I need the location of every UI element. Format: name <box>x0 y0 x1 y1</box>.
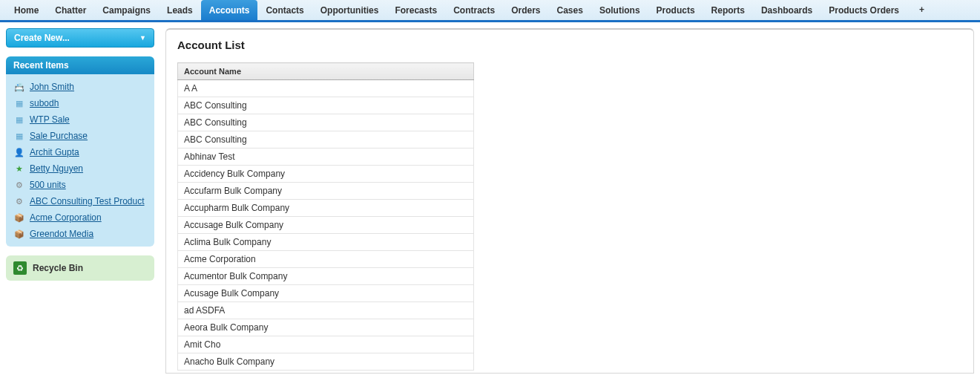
account-name-cell: ABC Consulting <box>178 114 474 131</box>
account-name-cell: Accupharm Bulk Company <box>178 200 474 217</box>
recent-item-link[interactable]: 500 units <box>30 180 66 190</box>
opportunity-icon: ▦ <box>13 130 25 142</box>
account-name-cell: Abhinav Test <box>178 149 474 166</box>
recycle-bin-icon: ♻ <box>13 261 27 275</box>
create-new-label: Create New... <box>14 33 70 43</box>
account-name-cell: Anacho Bulk Company <box>178 353 474 371</box>
table-row[interactable]: Acumentor Bulk Company <box>178 268 474 285</box>
account-name-cell: ABC Consulting <box>178 131 474 149</box>
table-row[interactable]: Aclima Bulk Company <box>178 234 474 251</box>
recent-item[interactable]: ▦WTP Sale <box>9 111 151 128</box>
account-name-cell: ABC Consulting <box>178 97 474 114</box>
table-row[interactable]: Accupharm Bulk Company <box>178 200 474 217</box>
gear-icon: ⚙ <box>13 179 25 191</box>
recycle-bin-link[interactable]: ♻ Recycle Bin <box>6 255 154 281</box>
account-name-cell: Acumentor Bulk Company <box>178 268 474 285</box>
star-icon: ★ <box>13 163 25 175</box>
account-name-cell: Acme Corporation <box>178 251 474 268</box>
tab-chatter[interactable]: Chatter <box>47 0 94 20</box>
recent-item-link[interactable]: WTP Sale <box>30 114 70 125</box>
create-new-button[interactable]: Create New... ▼ <box>6 28 154 48</box>
recent-items-panel: Recent Items 📇John Smith▦subodh▦WTP Sale… <box>6 56 154 247</box>
column-header-account-name[interactable]: Account Name <box>178 63 474 80</box>
recent-item[interactable]: 📇John Smith <box>9 79 151 95</box>
sidebar: Create New... ▼ Recent Items 📇John Smith… <box>6 28 154 374</box>
table-row[interactable]: Accidency Bulk Company <box>178 166 474 183</box>
tab-reports[interactable]: Reports <box>703 0 753 20</box>
recent-item[interactable]: 📦Acme Corporation <box>9 209 151 226</box>
table-row[interactable]: Amit Cho <box>178 336 474 353</box>
opportunity-icon: ▦ <box>13 114 25 125</box>
recent-item[interactable]: 👤Archit Gupta <box>9 144 151 160</box>
table-row[interactable]: Acusage Bulk Company <box>178 285 474 302</box>
table-row[interactable]: Accufarm Bulk Company <box>178 183 474 200</box>
table-header-row: Account Name <box>178 63 474 80</box>
table-row[interactable]: Aeora Bulk Company <box>178 319 474 336</box>
recent-item[interactable]: ⚙500 units <box>9 177 151 193</box>
tab-orders[interactable]: Orders <box>503 0 548 20</box>
account-name-cell: A A <box>178 80 474 97</box>
recent-item-link[interactable]: Archit Gupta <box>30 147 79 157</box>
recent-item[interactable]: ⚙ABC Consulting Test Product <box>9 193 151 209</box>
account-table: Account Name A AABC ConsultingABC Consul… <box>177 62 474 371</box>
account-name-cell: Aeora Bulk Company <box>178 319 474 336</box>
recent-item-link[interactable]: Acme Corporation <box>30 212 102 223</box>
account-name-cell: Accidency Bulk Company <box>178 166 474 183</box>
tab-cases[interactable]: Cases <box>549 0 591 20</box>
account-name-cell: Accusage Bulk Company <box>178 217 474 234</box>
gear-icon: ⚙ <box>13 195 25 207</box>
tab-forecasts[interactable]: Forecasts <box>387 0 445 20</box>
recent-item-link[interactable]: ABC Consulting Test Product <box>30 196 145 206</box>
tab-accounts[interactable]: Accounts <box>201 0 258 20</box>
tab-solutions[interactable]: Solutions <box>591 0 648 20</box>
tab-leads[interactable]: Leads <box>159 0 201 20</box>
table-row[interactable]: Anacho Bulk Company <box>178 353 474 371</box>
main-content: Account List Account Name A AABC Consult… <box>165 28 974 374</box>
tab-add-icon[interactable]: + <box>912 0 932 20</box>
tab-campaigns[interactable]: Campaigns <box>94 0 159 20</box>
recent-item[interactable]: 📦Greendot Media <box>9 226 151 242</box>
account-name-cell: Amit Cho <box>178 336 474 353</box>
recent-items-body: 📇John Smith▦subodh▦WTP Sale▦Sale Purchas… <box>6 74 154 247</box>
table-row[interactable]: Acme Corporation <box>178 251 474 268</box>
tab-products-orders[interactable]: Products Orders <box>820 0 907 20</box>
account-name-cell: Acusage Bulk Company <box>178 285 474 302</box>
table-row[interactable]: ABC Consulting <box>178 97 474 114</box>
page-title: Account List <box>177 39 962 51</box>
table-row[interactable]: ad ASDFA <box>178 302 474 319</box>
person-icon: 👤 <box>13 146 25 158</box>
recent-item-link[interactable]: subodh <box>30 98 59 108</box>
table-row[interactable]: ABC Consulting <box>178 114 474 131</box>
box-icon: 📦 <box>13 212 25 224</box>
tab-home[interactable]: Home <box>6 0 47 20</box>
tabs: HomeChatterCampaignsLeadsAccountsContact… <box>0 0 980 22</box>
table-row[interactable]: Abhinav Test <box>178 149 474 166</box>
table-row[interactable]: A A <box>178 80 474 97</box>
chevron-down-icon: ▼ <box>139 34 146 42</box>
contact-icon: 📇 <box>13 81 25 93</box>
recent-item-link[interactable]: John Smith <box>30 82 74 92</box>
recent-item[interactable]: ▦Sale Purchase <box>9 128 151 144</box>
recent-item-link[interactable]: Greendot Media <box>30 229 93 239</box>
tab-dashboards[interactable]: Dashboards <box>753 0 820 20</box>
table-row[interactable]: ABC Consulting <box>178 131 474 149</box>
account-name-cell: Aclima Bulk Company <box>178 234 474 251</box>
opportunity-icon: ▦ <box>13 97 25 109</box>
recent-item-link[interactable]: Sale Purchase <box>30 131 88 141</box>
account-name-cell: ad ASDFA <box>178 302 474 319</box>
box-icon: 📦 <box>13 228 25 240</box>
recent-item[interactable]: ▦subodh <box>9 95 151 111</box>
tab-products[interactable]: Products <box>648 0 703 20</box>
tab-contracts[interactable]: Contracts <box>445 0 503 20</box>
recycle-bin-label: Recycle Bin <box>33 263 83 273</box>
layout: Create New... ▼ Recent Items 📇John Smith… <box>0 22 980 375</box>
tab-contacts[interactable]: Contacts <box>257 0 312 20</box>
table-row[interactable]: Accusage Bulk Company <box>178 217 474 234</box>
tab-opportunities[interactable]: Opportunities <box>312 0 387 20</box>
account-name-cell: Accufarm Bulk Company <box>178 183 474 200</box>
recent-item-link[interactable]: Betty Nguyen <box>30 163 83 174</box>
recent-item[interactable]: ★Betty Nguyen <box>9 160 151 177</box>
recent-items-header: Recent Items <box>6 56 154 74</box>
